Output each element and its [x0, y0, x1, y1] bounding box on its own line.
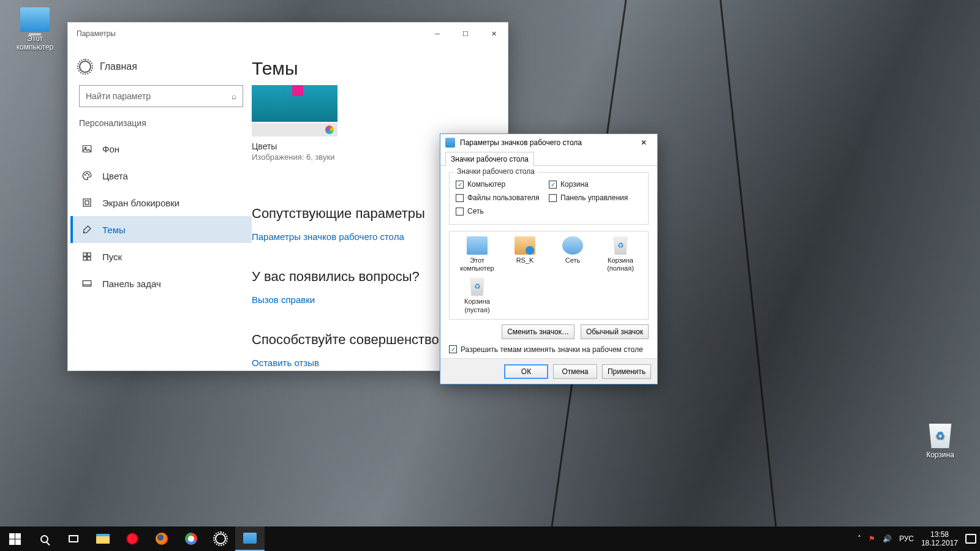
system-tray: ˄ ⚑ 🔊 РУС 13:58 18.12.2017	[858, 527, 980, 551]
checkbox-user-files[interactable]: Файлы пользователя	[456, 191, 549, 204]
minimize-button[interactable]: ─	[423, 24, 451, 43]
group-title: Значки рабочего стола	[454, 167, 537, 176]
desktop-icon-this-pc[interactable]: Этот компьютер	[7, 7, 62, 51]
tab-desktop-icons[interactable]: Значки рабочего стола	[445, 152, 534, 167]
checkbox-icon	[456, 208, 464, 216]
folder-icon	[96, 534, 110, 544]
sidebar-item-label: Цвета	[102, 171, 128, 181]
taskbar-app-active[interactable]	[235, 527, 265, 551]
sidebar-item-lockscreen[interactable]: Экран блокировки	[70, 189, 252, 216]
start-button[interactable]	[0, 527, 29, 551]
sidebar-item-label: Пуск	[102, 252, 122, 262]
apply-button[interactable]: Применить	[602, 364, 651, 379]
taskbar-opera[interactable]	[118, 527, 147, 551]
tray-language[interactable]: РУС	[899, 534, 914, 543]
checkbox-computer[interactable]: Компьютер	[456, 178, 549, 191]
svg-point-3	[86, 173, 88, 174]
theme-color-bar	[252, 123, 337, 137]
taskbar-icon	[81, 278, 92, 289]
desktop-icon-label: Корзина	[913, 451, 968, 459]
search-icon	[40, 535, 48, 543]
default-icon-button[interactable]: Обычный значок	[581, 324, 649, 339]
tray-notifications[interactable]	[965, 534, 976, 544]
window-title: Параметры	[77, 29, 116, 38]
network-icon	[562, 236, 583, 255]
ok-button[interactable]: ОК	[504, 364, 548, 379]
svg-rect-6	[85, 201, 89, 204]
svg-rect-11	[83, 281, 91, 287]
notification-icon	[965, 534, 976, 544]
search-placeholder: Найти параметр	[86, 91, 151, 101]
sidebar-item-label: Темы	[102, 225, 126, 235]
windows-logo-icon	[9, 533, 21, 545]
cancel-button[interactable]: Отмена	[553, 364, 597, 379]
sidebar-item-label: Экран блокировки	[102, 198, 179, 208]
checkbox-icon	[549, 181, 557, 189]
gear-icon	[79, 61, 91, 73]
app-icon	[243, 533, 257, 544]
icon-item-network[interactable]: Сеть	[550, 236, 595, 272]
checkbox-network[interactable]: Сеть	[456, 204, 549, 218]
tray-security-icon[interactable]: ⚑	[869, 534, 875, 543]
theme-thumbnail	[252, 85, 337, 122]
desktop-icon-label: Этот компьютер	[7, 34, 62, 51]
sidebar-item-label: Панель задач	[102, 279, 161, 289]
tray-chevron[interactable]: ˄	[858, 534, 861, 543]
picture-icon	[81, 143, 92, 154]
checkbox-icon	[456, 181, 464, 189]
tray-volume-icon[interactable]: 🔊	[883, 534, 892, 543]
checkbox-recycle-bin[interactable]: Корзина	[549, 178, 642, 191]
checkbox-control-panel[interactable]: Панель управления	[549, 191, 642, 204]
checkbox-allow-themes[interactable]: Разрешить темам изменять значки на рабоч…	[449, 345, 649, 354]
sidebar-item-background[interactable]: Фон	[70, 135, 252, 162]
display-icon	[445, 138, 455, 148]
monitor-icon	[20, 7, 50, 32]
taskbar-chrome[interactable]	[176, 527, 206, 551]
taskbar-firefox[interactable]	[147, 527, 176, 551]
opera-icon	[126, 533, 138, 545]
desktop-icons-group: Значки рабочего стола Компьютер Корзина …	[449, 172, 649, 225]
checkbox-icon	[456, 194, 464, 202]
brush-icon	[81, 224, 92, 235]
page-title: Темы	[252, 58, 489, 79]
dialog-close-button[interactable]: ✕	[634, 138, 654, 147]
search-input[interactable]: Найти параметр ⌕	[79, 85, 243, 107]
sidebar-home[interactable]: Главная	[70, 45, 252, 81]
recycle-bin-icon	[925, 424, 955, 448]
desktop-icon-settings-dialog: Параметры значков рабочего стола ✕ Значк…	[440, 133, 658, 384]
grid-icon	[81, 251, 92, 262]
taskbar-taskview[interactable]	[59, 527, 88, 551]
icon-item-this-pc[interactable]: Этот компьютер	[454, 236, 500, 272]
checkbox-icon	[449, 345, 457, 353]
icon-item-bin-empty[interactable]: Корзина (пустая)	[454, 277, 500, 313]
icon-item-bin-full[interactable]: Корзина (полная)	[598, 236, 643, 272]
frame-icon	[81, 197, 92, 208]
taskbar: ˄ ⚑ 🔊 РУС 13:58 18.12.2017	[0, 527, 980, 551]
change-icon-button[interactable]: Сменить значок…	[502, 324, 575, 339]
recycle-bin-empty-icon	[467, 277, 488, 296]
taskbar-file-explorer[interactable]	[88, 527, 118, 551]
close-button[interactable]: ✕	[480, 24, 508, 43]
search-icon: ⌕	[232, 91, 236, 101]
tray-clock[interactable]: 13:58 18.12.2017	[921, 530, 958, 548]
sidebar-item-themes[interactable]: Темы	[70, 216, 252, 243]
desktop-icon-recycle-bin[interactable]: Корзина	[913, 424, 968, 459]
sidebar-item-colors[interactable]: Цвета	[70, 162, 252, 189]
dialog-titlebar[interactable]: Параметры значков рабочего стола ✕	[440, 134, 657, 151]
dialog-tabs: Значки рабочего стола	[440, 151, 657, 166]
settings-titlebar[interactable]: Параметры ─ ☐ ✕	[68, 23, 508, 45]
taskbar-settings[interactable]	[206, 527, 235, 551]
svg-rect-8	[88, 253, 91, 256]
svg-rect-7	[83, 253, 86, 256]
maximize-button[interactable]: ☐	[451, 24, 480, 43]
dialog-title: Параметры значков рабочего стола	[460, 138, 582, 147]
sidebar-item-start[interactable]: Пуск	[70, 243, 252, 270]
sidebar-item-taskbar[interactable]: Панель задач	[70, 270, 252, 297]
svg-rect-10	[88, 257, 91, 260]
svg-point-2	[85, 174, 86, 176]
palette-icon	[81, 170, 92, 181]
sidebar-item-label: Фон	[102, 144, 119, 154]
taskbar-search[interactable]	[29, 527, 59, 551]
svg-rect-5	[83, 199, 91, 206]
icon-item-user[interactable]: RS_K	[502, 236, 548, 272]
